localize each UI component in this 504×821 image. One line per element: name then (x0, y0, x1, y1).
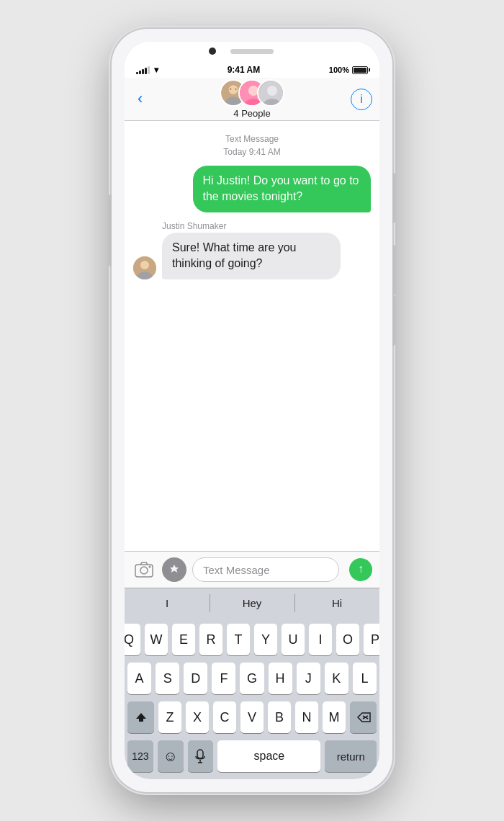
status-bar: ▾ 9:41 AM 100% (125, 62, 379, 78)
svg-marker-17 (136, 713, 146, 722)
navigation-bar: ‹ (125, 78, 379, 121)
key-k[interactable]: K (325, 663, 348, 694)
keyboard-row-1: Q W E R T Y U I O P (127, 624, 377, 655)
key-shift[interactable] (127, 701, 154, 733)
camera-button[interactable] (132, 557, 156, 582)
status-time: 9:41 AM (228, 65, 261, 75)
key-o[interactable]: O (336, 624, 359, 655)
info-button[interactable]: i (351, 89, 372, 110)
return-label: return (337, 750, 365, 763)
phone-device: ▾ 9:41 AM 100% ‹ (112, 29, 392, 792)
key-s[interactable]: S (156, 663, 179, 694)
key-emoji[interactable]: ☺ (158, 740, 184, 772)
predictive-item-1[interactable]: I (125, 588, 210, 618)
key-x[interactable]: X (186, 701, 209, 733)
avatar-group[interactable] (220, 79, 284, 107)
message-input[interactable]: Text Message (192, 557, 339, 582)
svg-point-16 (149, 566, 151, 568)
send-button[interactable]: ↑ (349, 558, 372, 581)
input-bar: Text Message ↑ (125, 551, 379, 588)
received-bubble: Sure! What time are you thinking of goin… (162, 233, 341, 279)
space-label: space (254, 750, 285, 763)
received-message-row: Sure! What time are you thinking of goin… (133, 233, 371, 279)
bar3 (142, 69, 144, 74)
key-m[interactable]: M (323, 701, 346, 733)
key-a[interactable]: A (127, 663, 151, 694)
shift-icon (135, 712, 147, 723)
back-button[interactable]: ‹ (132, 86, 148, 112)
sender-avatar-svg (133, 256, 156, 279)
keyboard: Q W E R T Y U I O P A S D F G H J K (125, 618, 379, 779)
bar5 (148, 66, 150, 74)
sender-name-label: Justin Shumaker (162, 221, 371, 231)
nav-center: 4 People (220, 79, 284, 119)
key-v[interactable]: V (240, 701, 264, 733)
svg-point-15 (140, 567, 148, 574)
key-e[interactable]: E (172, 624, 195, 655)
key-n[interactable]: N (295, 701, 318, 733)
camera-icon (135, 562, 153, 578)
message-time-label: Today 9:41 AM (133, 147, 371, 157)
delete-icon (356, 712, 371, 722)
sender-avatar (133, 256, 156, 279)
emoji-icon: ☺ (163, 748, 177, 765)
key-y[interactable]: Y (254, 624, 277, 655)
notch-area (125, 42, 379, 62)
bar2 (139, 71, 141, 74)
battery-fill (354, 68, 366, 73)
signal-icon (136, 66, 150, 74)
key-return[interactable]: return (325, 740, 377, 772)
sent-message-row: Hi Justin! Do you want to go to the movi… (133, 166, 371, 212)
key-t[interactable]: T (227, 624, 250, 655)
key-microphone[interactable] (188, 740, 214, 772)
svg-point-4 (235, 89, 237, 90)
key-u[interactable]: U (282, 624, 305, 655)
svg-rect-20 (197, 750, 203, 758)
key-r[interactable]: R (199, 624, 222, 655)
front-camera (209, 48, 216, 55)
wifi-icon: ▾ (154, 65, 158, 75)
status-right: 100% (329, 66, 368, 74)
key-d[interactable]: D (184, 663, 207, 694)
key-w[interactable]: W (145, 624, 168, 655)
svg-point-12 (140, 261, 149, 269)
key-h[interactable]: H (269, 663, 292, 694)
battery-shell (352, 66, 368, 74)
key-q[interactable]: Q (125, 624, 140, 655)
key-j[interactable]: J (297, 663, 320, 694)
send-arrow-icon: ↑ (358, 562, 364, 575)
bar4 (145, 68, 147, 74)
message-type-label: Text Message (133, 134, 371, 144)
people-count-label: 4 People (233, 108, 270, 119)
mic-icon (194, 749, 206, 763)
predictive-item-3[interactable]: Hi (294, 588, 379, 618)
svg-point-9 (267, 86, 277, 96)
key-c[interactable]: C (213, 701, 236, 733)
keyboard-row-2: A S D F G H J K L (127, 663, 377, 694)
keyboard-row-3: Z X C V B N M (127, 701, 377, 733)
numbers-label: 123 (132, 750, 148, 762)
key-i[interactable]: I (309, 624, 332, 655)
key-space[interactable]: space (217, 740, 320, 772)
chevron-left-icon: ‹ (138, 91, 143, 107)
appstore-button[interactable] (162, 557, 186, 582)
battery-percent: 100% (329, 66, 349, 74)
svg-point-3 (230, 89, 232, 90)
key-delete[interactable] (350, 701, 377, 733)
key-b[interactable]: B (268, 701, 291, 733)
bar1 (136, 72, 138, 74)
key-z[interactable]: Z (158, 701, 181, 733)
appstore-icon (168, 563, 181, 576)
key-l[interactable]: L (353, 663, 377, 694)
key-g[interactable]: G (240, 663, 264, 694)
message-placeholder: Text Message (203, 564, 270, 576)
key-p[interactable]: P (364, 624, 379, 655)
phone-screen: ▾ 9:41 AM 100% ‹ (125, 42, 379, 779)
key-numbers[interactable]: 123 (127, 740, 153, 772)
predictive-item-2[interactable]: Hey (210, 588, 294, 618)
key-f[interactable]: F (212, 663, 235, 694)
svg-point-1 (229, 85, 238, 94)
avatar3-svg (258, 81, 284, 107)
predictive-bar: I Hey Hi (125, 588, 379, 618)
sent-bubble: Hi Justin! Do you want to go to the movi… (193, 166, 372, 212)
